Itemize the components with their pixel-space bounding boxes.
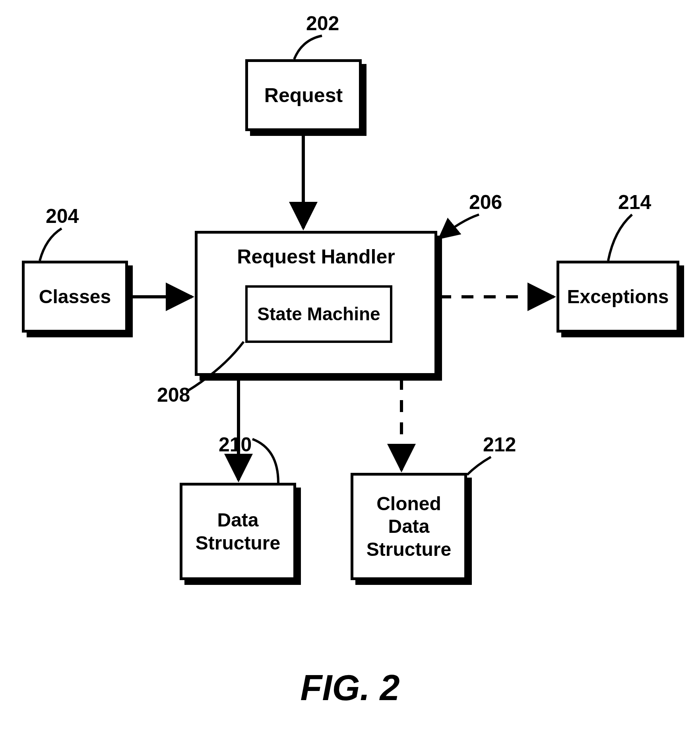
leader-206 xyxy=(439,215,479,238)
node-cloned: Cloned Data Structure xyxy=(351,473,467,580)
node-data-structure-label: Data Structure xyxy=(196,509,280,554)
node-classes: Classes xyxy=(22,261,128,333)
leader-210 xyxy=(252,439,278,483)
ref-206: 206 xyxy=(469,191,502,214)
node-exceptions: Exceptions xyxy=(557,261,679,333)
leader-202 xyxy=(294,36,322,59)
node-handler: Request Handler State Machine xyxy=(195,231,437,376)
node-request-label: Request xyxy=(264,83,343,107)
ref-204: 204 xyxy=(46,205,79,228)
node-cloned-label: Cloned Data Structure xyxy=(366,492,451,561)
leader-212 xyxy=(467,457,491,475)
diagram-canvas: Request Classes Request Handler State Ma… xyxy=(0,0,700,747)
node-handler-label: Request Handler xyxy=(198,245,434,269)
ref-202: 202 xyxy=(306,12,339,35)
ref-214: 214 xyxy=(618,191,651,214)
node-request: Request xyxy=(245,59,362,131)
node-state-machine-label: State Machine xyxy=(257,303,380,325)
ref-212: 212 xyxy=(483,433,516,456)
node-exceptions-label: Exceptions xyxy=(567,285,669,308)
node-classes-label: Classes xyxy=(39,285,111,308)
leader-204 xyxy=(40,228,62,261)
leader-214 xyxy=(608,215,632,261)
ref-210: 210 xyxy=(219,433,252,456)
ref-208: 208 xyxy=(157,383,190,406)
node-state-machine: State Machine xyxy=(245,285,392,343)
node-data-structure: Data Structure xyxy=(180,483,296,580)
figure-caption: FIG. 2 xyxy=(0,668,700,708)
